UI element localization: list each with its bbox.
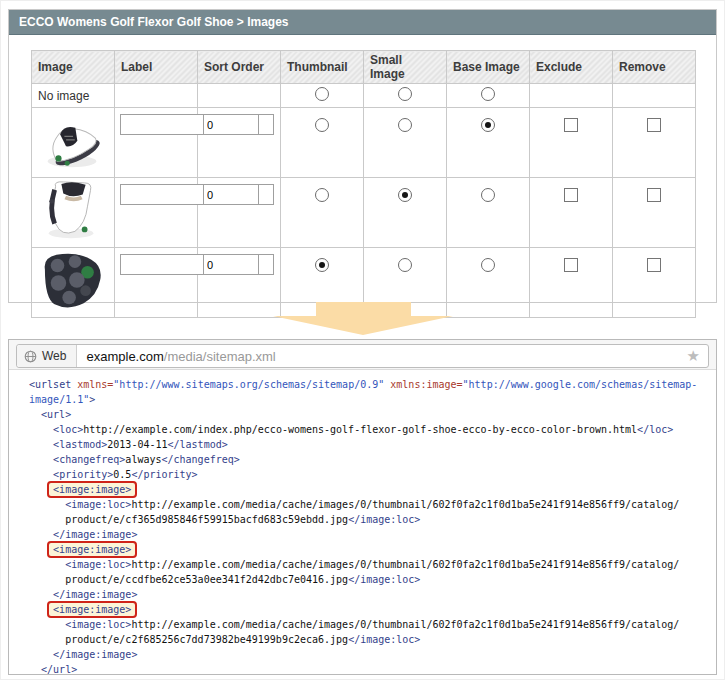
xml-highlight-box: <image:image> — [47, 541, 137, 558]
xml-line: product/e/cf365d985846f59915bacfd683c59e… — [23, 512, 716, 527]
base-image-radio[interactable] — [481, 188, 495, 202]
address-bar: Web example.com/media/sitemap.xml ★ — [9, 340, 716, 370]
xml-viewer: <urlset xmlns="http://www.sitemaps.org/s… — [9, 370, 716, 677]
xml-line: product/e/ccdfbe62ce53a0ee341f2d42dbc7e0… — [23, 572, 716, 587]
xml-line: </image:image> — [23, 527, 716, 542]
xml-line: <image:loc>http://example.com/media/cach… — [23, 557, 716, 572]
xml-line: <priority>0.5</priority> — [23, 467, 716, 482]
thumbnail-radio[interactable] — [315, 118, 329, 132]
browser-window: Web example.com/media/sitemap.xml ★ <url… — [8, 339, 717, 675]
address-field[interactable]: Web example.com/media/sitemap.xml ★ — [16, 344, 709, 368]
exclude-checkbox[interactable] — [564, 258, 578, 272]
remove-cell-empty — [613, 84, 696, 108]
thumbnail-radio[interactable] — [315, 87, 329, 101]
xml-line: <changefreq>always</changefreq> — [23, 452, 716, 467]
small-image-radio[interactable] — [398, 87, 412, 101]
web-tab-label: Web — [42, 349, 66, 363]
bookmark-star-icon[interactable]: ★ — [687, 346, 700, 366]
url-text[interactable]: example.com/media/sitemap.xml — [77, 349, 275, 364]
small-image-radio[interactable] — [398, 188, 412, 202]
product-thumbnail-cell — [32, 108, 115, 178]
xml-line: </url> — [23, 662, 716, 677]
xml-line: <image:image> — [23, 482, 716, 497]
xml-line: <loc>http://example.com/index.php/ecco-w… — [23, 422, 716, 437]
xml-highlight-box: <image:image> — [47, 481, 137, 498]
sort-order-input[interactable] — [203, 184, 259, 205]
product-image-shoe-side[interactable] — [42, 110, 104, 172]
remove-checkbox[interactable] — [647, 188, 661, 202]
url-domain: example.com — [86, 349, 163, 364]
sort-order-input[interactable] — [203, 254, 259, 275]
product-images-panel: ECCO Womens Golf Flexor Golf Shoe > Imag… — [8, 9, 717, 303]
exclude-cell-empty — [530, 84, 613, 108]
down-arrow — [273, 302, 454, 335]
thumbnail-radio[interactable] — [315, 258, 329, 272]
base-image-radio[interactable] — [481, 258, 495, 272]
product-image-shoe-sole[interactable] — [42, 250, 104, 312]
xml-line: <image:image> — [23, 542, 716, 557]
base-image-radio[interactable] — [481, 118, 495, 132]
sort-order-input[interactable] — [203, 114, 259, 135]
col-header-sort-order: Sort Order — [198, 51, 281, 84]
xml-line: <lastmod>2013-04-11</lastmod> — [23, 437, 716, 452]
small-image-radio[interactable] — [398, 118, 412, 132]
small-image-radio[interactable] — [398, 258, 412, 272]
exclude-checkbox[interactable] — [564, 118, 578, 132]
col-header-image: Image — [32, 51, 115, 84]
table-row-no-image: No image — [32, 84, 696, 108]
base-image-radio[interactable] — [481, 87, 495, 101]
col-header-thumbnail: Thumbnail — [281, 51, 364, 84]
exclude-checkbox[interactable] — [564, 188, 578, 202]
label-cell-empty — [115, 84, 198, 108]
no-image-cell: No image — [32, 84, 115, 108]
panel-body: Image Label Sort Order Thumbnail Small I… — [9, 35, 716, 318]
product-thumbnail-cell — [32, 178, 115, 248]
panel-title: ECCO Womens Golf Flexor Golf Shoe > Imag… — [9, 10, 716, 35]
remove-checkbox[interactable] — [647, 118, 661, 132]
down-arrow-stem — [316, 302, 411, 316]
col-header-remove: Remove — [613, 51, 696, 84]
xml-line: <image:loc>http://example.com/media/cach… — [23, 497, 716, 512]
table-header-row: Image Label Sort Order Thumbnail Small I… — [32, 51, 696, 84]
xml-line: image/1.1"> — [23, 392, 716, 407]
xml-line: <image:loc>http://example.com/media/cach… — [23, 617, 716, 632]
down-arrow-head — [273, 316, 453, 335]
col-header-base-image: Base Image — [447, 51, 530, 84]
col-header-exclude: Exclude — [530, 51, 613, 84]
col-header-small-image: Small Image — [364, 51, 447, 84]
globe-icon — [24, 350, 37, 363]
sort-order-cell-empty — [198, 84, 281, 108]
remove-checkbox[interactable] — [647, 258, 661, 272]
product-thumbnail-cell — [32, 248, 115, 318]
web-tab[interactable]: Web — [17, 345, 77, 367]
xml-line: </image:image> — [23, 647, 716, 662]
page: ECCO Womens Golf Flexor Golf Shoe > Imag… — [0, 0, 725, 680]
xml-line: product/e/c2f685256c7dd73982be49199b9c2e… — [23, 632, 716, 647]
xml-line: <urlset xmlns="http://www.sitemaps.org/s… — [23, 377, 716, 392]
xml-line: </image:image> — [23, 587, 716, 602]
xml-highlight-box: <image:image> — [47, 601, 137, 618]
product-image-shoe-front[interactable] — [42, 180, 104, 242]
xml-line: <url> — [23, 407, 716, 422]
table-row-image-1 — [32, 108, 696, 178]
col-header-label: Label — [115, 51, 198, 84]
images-table: Image Label Sort Order Thumbnail Small I… — [31, 50, 696, 318]
table-row-image-2 — [32, 178, 696, 248]
url-path: /media/sitemap.xml — [164, 349, 276, 364]
xml-line: <image:image> — [23, 602, 716, 617]
thumbnail-radio[interactable] — [315, 188, 329, 202]
